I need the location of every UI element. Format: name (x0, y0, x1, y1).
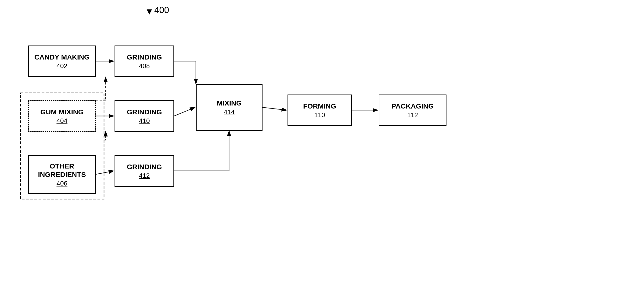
mixing-box: MIXING 414 (196, 84, 262, 131)
packaging-number: 112 (407, 111, 418, 119)
grinding-408-box: GRINDING 408 (114, 45, 174, 77)
gum-mixing-number: 404 (56, 117, 68, 125)
other-ingredients-number: 406 (56, 180, 68, 187)
forming-box: FORMING 110 (288, 95, 352, 126)
figure-number: 400 (154, 5, 169, 15)
packaging-box: PACKAGING 112 (379, 95, 446, 126)
grinding-412-label: GRINDING (127, 163, 162, 171)
mixing-number: 414 (224, 108, 235, 116)
grinding-408-label: GRINDING (127, 53, 162, 61)
candy-making-box: CANDY MAKING 402 (28, 45, 96, 77)
svg-line-6 (96, 171, 114, 174)
diagram-container: ▼ 400 CANDY MAKING 402 GRINDING 408 GUM … (0, 0, 644, 302)
svg-line-5 (174, 107, 195, 116)
candy-making-label: CANDY MAKING (34, 53, 90, 61)
grinding-408-number: 408 (139, 62, 150, 70)
other-ingredients-box: OTHER INGREDIENTS 406 (28, 155, 96, 194)
gum-mixing-label: GUM MIXING (40, 108, 84, 116)
arrows-svg (0, 0, 644, 302)
grinding-412-box: GRINDING 412 (114, 155, 174, 187)
grinding-410-label: GRINDING (127, 108, 162, 116)
other-ingredients-label: OTHER INGREDIENTS (38, 162, 86, 179)
forming-label: FORMING (303, 102, 336, 110)
gum-mixing-box: GUM MIXING 404 (28, 100, 96, 132)
grinding-412-number: 412 (139, 172, 150, 179)
candy-making-number: 402 (56, 62, 68, 70)
forming-number: 110 (314, 111, 325, 119)
grinding-410-number: 410 (139, 117, 150, 125)
packaging-label: PACKAGING (391, 102, 434, 110)
mixing-label: MIXING (217, 99, 242, 107)
grinding-410-box: GRINDING 410 (114, 100, 174, 132)
svg-line-7 (262, 107, 287, 110)
figure-number-arrow: ▼ (145, 6, 154, 16)
